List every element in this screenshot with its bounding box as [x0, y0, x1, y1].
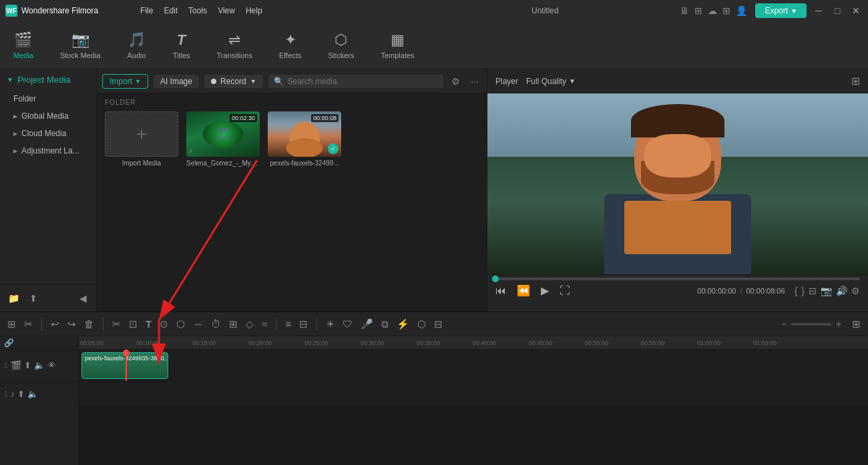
tl-composite-btn[interactable]: ⬡ — [174, 317, 187, 332]
quality-select[interactable]: Full Quality ▼ — [526, 77, 576, 86]
import-thumb[interactable]: + — [105, 111, 178, 157]
video-eye-icon[interactable]: 👁 — [47, 360, 56, 370]
player-fullscreen-icon[interactable]: ⊞ — [851, 75, 860, 87]
icon-screen2: ⊞ — [694, 5, 702, 16]
video-track-num: 1 — [4, 362, 8, 369]
pexels-thumb[interactable]: 00:00:08 ✓ — [268, 111, 341, 157]
toolbar-audio[interactable]: 🎵 Audio — [122, 29, 152, 62]
icon-screen1: 🖥 — [680, 5, 689, 16]
titlebar: WF Wondershare Filmora File Edit Tools V… — [0, 0, 868, 21]
menu-help[interactable]: Help — [246, 6, 262, 15]
minimize-button[interactable]: ─ — [812, 4, 825, 17]
tl-sun-btn[interactable]: ☀ — [324, 317, 337, 332]
audio-export-icon[interactable]: ⬆ — [17, 389, 25, 399]
media-item-selena[interactable]: 00:02:30 ♪ 🎵 Selena_Gomez_-_My_... — [186, 111, 260, 167]
more-options-icon[interactable]: ··· — [468, 75, 481, 88]
toolbar-templates[interactable]: ▦ Templates — [375, 29, 419, 62]
media-item-import[interactable]: + Import Media — [105, 111, 178, 167]
tl-shield-btn[interactable]: 🛡 — [341, 317, 355, 331]
export-button[interactable]: Export ▼ — [755, 3, 807, 18]
tl-audio-btn[interactable]: ≈ — [260, 317, 269, 331]
tl-link-icon[interactable]: 🔗 — [4, 338, 14, 348]
sidebar-import-btn[interactable]: ⬆ — [25, 290, 41, 306]
timeline-body: 🔗 1 🎬 ⬆ 🔈 👁 1 ♪ ⬆ 🔈 00:05:00 00:10:00 — [0, 336, 868, 465]
snapshot-icon[interactable]: 📷 — [821, 286, 832, 296]
video-export-icon[interactable]: ⬆ — [24, 360, 31, 370]
ai-image-button[interactable]: AI Image — [154, 75, 199, 88]
close-button[interactable]: ✕ — [849, 4, 863, 17]
sidebar-item-global-media[interactable]: ▶ Global Media — [0, 107, 96, 125]
settings-icon[interactable]: ⚙ — [851, 286, 860, 296]
tl-delete-btn[interactable]: 🗑 — [82, 317, 96, 331]
tl-erase-btn[interactable]: ◇ — [244, 317, 256, 332]
sidebar-item-folder[interactable]: Folder — [0, 90, 96, 107]
player-panel: Player Full Quality ▼ ⊞ — [487, 69, 868, 312]
clip-to-timeline-icon[interactable]: ⊟ — [809, 286, 817, 296]
tl-mic-btn[interactable]: 🎤 — [359, 317, 375, 332]
player-progress-bar[interactable] — [495, 278, 860, 280]
tl-speed-btn[interactable]: ⏱ — [209, 317, 223, 331]
tl-pip-btn[interactable]: ⊟ — [432, 317, 445, 332]
import-button[interactable]: Import ▼ — [102, 74, 148, 89]
tl-split-audio-btn[interactable]: ⊟ — [297, 317, 310, 332]
toolbar-media[interactable]: 🎬 Media — [8, 29, 39, 62]
volume-icon[interactable]: 🔊 — [836, 286, 847, 296]
filter-icon[interactable]: ⚙ — [449, 75, 463, 88]
player-rewind-btn[interactable]: ⏮ — [495, 285, 506, 297]
maximize-button[interactable]: □ — [831, 4, 844, 17]
search-input[interactable] — [288, 77, 439, 86]
sidebar-cloud-label: Cloud Media — [21, 129, 66, 138]
video-track-controls: 1 🎬 ⬆ 🔈 👁 — [0, 350, 78, 382]
video-clip[interactable]: pexels-fauxels-3249935-3840... — [81, 352, 168, 379]
tl-zoom-in-icon[interactable]: ＋ — [834, 318, 843, 330]
sidebar-item-adjustment[interactable]: ▶ Adjustment La... — [0, 142, 96, 159]
sidebar: ▼ Project Media Folder ▶ Global Media ▶ … — [0, 69, 97, 312]
tl-ripple-btn[interactable]: ⊙ — [158, 317, 170, 332]
toolbar-effects[interactable]: ✦ Effects — [274, 29, 306, 62]
sidebar-item-cloud-media[interactable]: ▶ Cloud Media — [0, 125, 96, 142]
mark-in-icon[interactable]: { — [795, 286, 798, 296]
menu-tools[interactable]: Tools — [188, 6, 207, 15]
tl-text-btn[interactable]: T — [144, 317, 154, 331]
player-progress-thumb[interactable] — [492, 276, 499, 282]
toolbar-stickers[interactable]: ⬡ Stickers — [322, 29, 359, 62]
media-toolbar: Import ▼ AI Image Record ▼ 🔍 ⚙ ··· — [97, 69, 487, 93]
video-track: pexels-fauxels-3249935-3840... — [79, 350, 868, 382]
tl-sticker2-btn[interactable]: ⬡ — [415, 317, 428, 332]
tl-grid-btn[interactable]: ⊞ — [850, 317, 863, 332]
timeline-playhead[interactable] — [126, 350, 127, 381]
tl-undo-btn[interactable]: ↩ — [49, 317, 61, 332]
media-panel: Import ▼ AI Image Record ▼ 🔍 ⚙ ··· FOLDE… — [97, 69, 487, 312]
player-play-btn[interactable]: ▶ — [541, 284, 549, 297]
tl-transform-btn[interactable]: ↔ — [191, 317, 205, 331]
video-mute-icon[interactable]: 🔈 — [34, 360, 45, 370]
menu-view[interactable]: View — [218, 6, 235, 15]
tl-fit-btn[interactable]: ⊞ — [227, 317, 240, 332]
menu-edit[interactable]: Edit — [164, 6, 178, 15]
tl-redo-btn[interactable]: ↪ — [65, 317, 78, 332]
player-fullscreen-btn[interactable]: ⛶ — [560, 285, 570, 297]
toolbar-stock-media[interactable]: 📷 Stock Media — [55, 29, 106, 62]
menu-file[interactable]: File — [140, 6, 153, 15]
tl-magnet-btn[interactable]: ✂ — [22, 317, 35, 332]
sidebar-add-folder-btn[interactable]: 📁 — [5, 290, 21, 306]
tl-cut-btn[interactable]: ✂ — [110, 317, 123, 332]
mark-out-icon[interactable]: } — [801, 286, 805, 296]
tl-add-track-btn[interactable]: ⊞ — [5, 317, 18, 332]
tl-layer-btn[interactable]: ⧉ — [379, 317, 391, 332]
sidebar-collapse-btn[interactable]: ◀ — [75, 290, 91, 306]
tl-more-btn[interactable]: ≡ — [283, 317, 293, 331]
tl-zoom-bar[interactable] — [791, 323, 831, 326]
selena-thumb[interactable]: 00:02:30 ♪ 🎵 — [186, 111, 260, 157]
search-box[interactable]: 🔍 — [268, 75, 444, 88]
player-step-back-btn[interactable]: ⏪ — [517, 284, 530, 297]
media-item-pexels[interactable]: 00:00:08 ✓ pexels-fauxels-32499... — [268, 111, 341, 167]
toolbar-titles[interactable]: T Titles — [168, 29, 196, 62]
audio-track-controls: 1 ♪ ⬆ 🔈 — [0, 382, 78, 406]
tl-ai-btn[interactable]: ⚡ — [395, 317, 411, 332]
toolbar-transitions[interactable]: ⇌ Transitions — [212, 29, 258, 62]
tl-crop-btn[interactable]: ⊡ — [127, 317, 140, 332]
record-button[interactable]: Record ▼ — [204, 75, 263, 88]
tl-zoom-out-icon[interactable]: － — [779, 318, 789, 330]
audio-mute-icon[interactable]: 🔈 — [27, 389, 38, 399]
